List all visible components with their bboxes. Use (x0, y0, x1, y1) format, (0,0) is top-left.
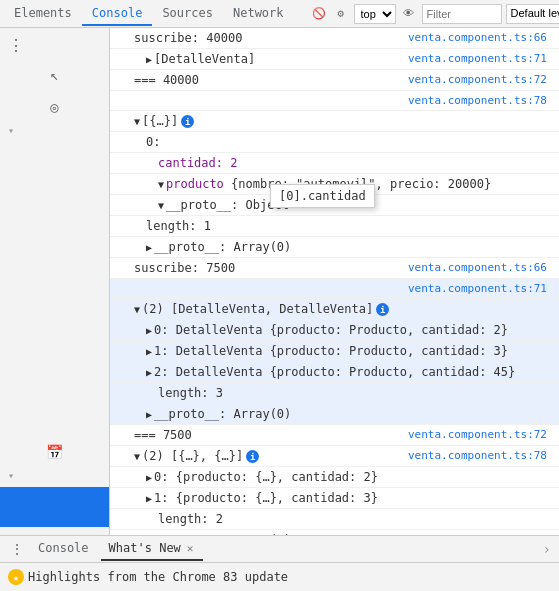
tooltip: [0].cantidad (270, 184, 375, 208)
line-gutter (110, 133, 130, 135)
line-content: 1: {producto: {…}, cantidad: 3} (130, 489, 555, 507)
expand-arrow[interactable] (134, 451, 140, 462)
source-link[interactable]: venta.component.ts:66 (404, 29, 555, 46)
line-gutter (110, 71, 130, 73)
line-gutter (110, 363, 130, 365)
clear-icon[interactable]: 🚫 (310, 5, 328, 23)
sidebar-icon-circle[interactable]: ◎ (43, 95, 67, 119)
sidebar-arrow-down[interactable]: ▾ (0, 123, 109, 138)
sidebar-calendar-icon[interactable]: 📅 (43, 440, 67, 464)
line-content: length: 3 (130, 384, 555, 402)
console-line: __proto__: Array(0) (110, 404, 559, 425)
source-link[interactable]: venta.component.ts:72 (404, 426, 555, 443)
expand-arrow[interactable] (146, 54, 152, 65)
bottom-tabs: ⋮ Console What's New ✕ › (0, 536, 559, 563)
console-line: venta.component.ts:71 (110, 279, 559, 299)
tab-elements[interactable]: Elements (4, 2, 82, 26)
expand-arrow[interactable] (134, 304, 140, 315)
line-gutter (110, 300, 130, 302)
source-link[interactable]: venta.component.ts:66 (404, 259, 555, 276)
line-gutter (110, 510, 130, 512)
console-line: 1: {producto: {…}, cantidad: 3} (110, 488, 559, 509)
line-content: __proto__: Array(0) (130, 238, 555, 256)
console-line: suscribe: 40000venta.component.ts:66 (110, 28, 559, 49)
console-output[interactable]: suscribe: 40000venta.component.ts:66[Det… (110, 28, 559, 535)
line-content: 0: {producto: {…}, cantidad: 2} (130, 468, 555, 486)
expand-arrow[interactable] (146, 472, 152, 483)
console-line: cantidad: 2 (110, 153, 559, 174)
line-content: 2: DetalleVenta {producto: Producto, can… (130, 363, 555, 381)
line-content: suscribe: 40000 (130, 29, 404, 47)
expand-arrow[interactable] (146, 367, 152, 378)
info-icon[interactable]: i (181, 115, 194, 128)
expand-arrow[interactable] (146, 325, 152, 336)
line-gutter (110, 29, 130, 31)
line-gutter (110, 238, 130, 240)
bottom-tab-whats-new-label: What's New (109, 541, 181, 555)
line-content (130, 280, 404, 284)
filter-input[interactable] (422, 4, 502, 24)
line-gutter (110, 50, 130, 52)
line-content: === 7500 (130, 426, 404, 444)
console-line: __proto__: Array(0) (110, 530, 559, 535)
sidebar-dots[interactable]: ⋮ (0, 32, 109, 59)
expand-arrow[interactable] (158, 179, 164, 190)
context-select[interactable]: top (354, 4, 396, 24)
toolbar-controls: 🚫 ⚙ top 👁 Default levels ▾ (310, 4, 559, 24)
source-link[interactable]: venta.component.ts:78 (404, 447, 555, 464)
line-gutter (110, 489, 130, 491)
line-content: length: 1 (130, 217, 555, 235)
line-gutter (110, 342, 130, 344)
sidebar-icon-cursor[interactable]: ↖ (43, 63, 67, 87)
line-gutter (110, 384, 130, 386)
settings-icon[interactable]: ⚙ (332, 5, 350, 23)
console-line: [DetalleVenta]venta.component.ts:71 (110, 49, 559, 70)
expand-arrow[interactable] (146, 493, 152, 504)
expand-arrow[interactable] (146, 409, 152, 420)
console-line: length: 1 (110, 216, 559, 237)
sidebar-arrow-down-2[interactable]: ▾ (0, 468, 109, 483)
bottom-tab-whats-new[interactable]: What's New ✕ (101, 537, 204, 561)
line-gutter (110, 259, 130, 261)
tab-console[interactable]: Console (82, 2, 153, 26)
source-link[interactable]: venta.component.ts:71 (404, 50, 555, 67)
bottom-content: ★ Highlights from the Chrome 83 update (0, 563, 559, 591)
line-content: [{…}]i (130, 112, 555, 130)
bottom-tab-console[interactable]: Console (30, 537, 97, 561)
console-line: length: 3 (110, 383, 559, 404)
expand-arrow[interactable] (134, 116, 140, 127)
console-line: 1: DetalleVenta {producto: Producto, can… (110, 341, 559, 362)
line-gutter (110, 468, 130, 470)
source-link[interactable]: venta.component.ts:72 (404, 71, 555, 88)
console-line: 0: DetalleVenta {producto: Producto, can… (110, 320, 559, 341)
expand-arrow[interactable] (146, 346, 152, 357)
source-link[interactable]: venta.component.ts:78 (404, 92, 555, 109)
console-line: length: 2 (110, 509, 559, 530)
line-content: [DetalleVenta] (130, 50, 404, 68)
info-icon[interactable]: i (376, 303, 389, 316)
close-whats-new[interactable]: ✕ (185, 542, 196, 555)
source-link[interactable]: venta.component.ts:71 (404, 280, 555, 297)
line-content (130, 92, 404, 96)
tab-sources[interactable]: Sources (152, 2, 223, 26)
eye-icon[interactable]: 👁 (400, 5, 418, 23)
highlight-icon: ★ (8, 569, 24, 585)
info-icon[interactable]: i (246, 450, 259, 463)
line-gutter (110, 154, 130, 156)
bottom-dots[interactable]: ⋮ (8, 540, 26, 558)
line-content: (2) [DetalleVenta, DetalleVenta]i (130, 300, 555, 318)
expand-arrow[interactable] (146, 242, 152, 253)
bottom-tab-console-label: Console (38, 541, 89, 555)
expand-arrow[interactable] (158, 200, 164, 211)
line-content: length: 2 (130, 510, 555, 528)
line-content: 1: DetalleVenta {producto: Producto, can… (130, 342, 555, 360)
console-line: venta.component.ts:78 (110, 91, 559, 111)
line-gutter (110, 92, 130, 94)
line-gutter (110, 196, 130, 198)
line-gutter (110, 112, 130, 114)
levels-button[interactable]: Default levels ▾ (506, 4, 559, 24)
line-content: __proto__: Array(0) (130, 531, 555, 535)
main-container: ⋮ ↖ ◎ ▾ 📅 ▾ suscribe: 40000venta.compone… (0, 28, 559, 535)
console-line: suscribe: 7500venta.component.ts:66 (110, 258, 559, 279)
tab-network[interactable]: Network (223, 2, 294, 26)
